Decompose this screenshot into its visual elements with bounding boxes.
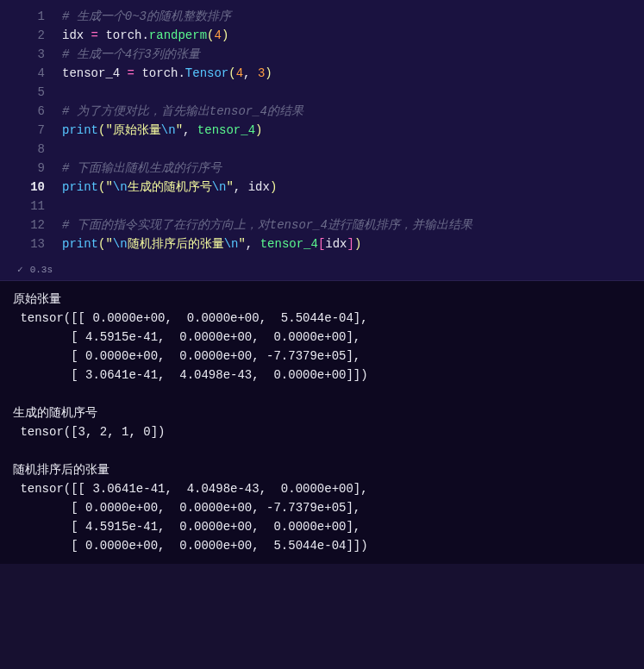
line-number: 5 (2, 83, 62, 102)
code-content: # 生成一个0~3的随机整数排序 (62, 7, 635, 26)
code-content (62, 83, 635, 102)
code-line-8[interactable]: 8 (2, 140, 635, 159)
code-content: tensor_4 = torch.Tensor(4, 3) (62, 64, 635, 83)
line-number: 9 (2, 159, 62, 178)
code-line-9[interactable]: 9 # 下面输出随机生成的行序号 (2, 159, 635, 178)
code-content: # 下面输出随机生成的行序号 (62, 159, 635, 178)
code-line-1[interactable]: 1 # 生成一个0~3的随机整数排序 (2, 7, 635, 26)
line-number: 2 (2, 26, 62, 45)
success-check-icon: ✓ (17, 264, 23, 275)
cell-status-bar: ✓ 0.3s (0, 260, 644, 281)
code-content: print("\n随机排序后的张量\n", tensor_4[idx]) (62, 234, 635, 253)
line-number: 1 (2, 7, 62, 26)
line-number: 4 (2, 64, 62, 83)
code-line-7[interactable]: 7 print("原始张量\n", tensor_4) (2, 121, 635, 140)
code-cell[interactable]: 1 # 生成一个0~3的随机整数排序 2 idx = torch.randper… (0, 0, 644, 260)
line-number: 7 (2, 121, 62, 140)
code-line-11[interactable]: 11 (2, 197, 635, 216)
line-number: 10 (2, 178, 62, 197)
code-content (62, 140, 635, 159)
code-content: idx = torch.randperm(4) (62, 26, 635, 45)
code-content: # 下面的指令实现了在行的方向上，对tensor_4进行随机排序，并输出结果 (62, 216, 635, 234)
code-line-10[interactable]: 10 print("\n生成的随机序号\n", idx) (2, 178, 635, 197)
code-content: # 为了方便对比，首先输出tensor_4的结果 (62, 102, 635, 121)
code-content: print("原始张量\n", tensor_4) (62, 121, 635, 140)
code-content (62, 197, 635, 216)
execution-time: 0.3s (30, 265, 53, 275)
line-number: 8 (2, 140, 62, 159)
line-number: 13 (2, 234, 62, 253)
code-content: print("\n生成的随机序号\n", idx) (62, 178, 635, 197)
line-number: 6 (2, 102, 62, 121)
code-line-12[interactable]: 12 # 下面的指令实现了在行的方向上，对tensor_4进行随机排序，并输出结… (2, 216, 635, 234)
code-line-13[interactable]: 13 print("\n随机排序后的张量\n", tensor_4[idx]) (2, 234, 635, 253)
line-number: 11 (2, 197, 62, 216)
output-cell: 原始张量 tensor([[ 0.0000e+00, 0.0000e+00, 5… (0, 281, 644, 564)
code-line-6[interactable]: 6 # 为了方便对比，首先输出tensor_4的结果 (2, 102, 635, 121)
code-line-2[interactable]: 2 idx = torch.randperm(4) (2, 26, 635, 45)
code-line-5[interactable]: 5 (2, 83, 635, 102)
code-content: # 生成一个4行3列的张量 (62, 45, 635, 64)
line-number: 3 (2, 45, 62, 64)
code-line-3[interactable]: 3 # 生成一个4行3列的张量 (2, 45, 635, 64)
code-line-4[interactable]: 4 tensor_4 = torch.Tensor(4, 3) (2, 64, 635, 83)
line-number: 12 (2, 216, 62, 234)
